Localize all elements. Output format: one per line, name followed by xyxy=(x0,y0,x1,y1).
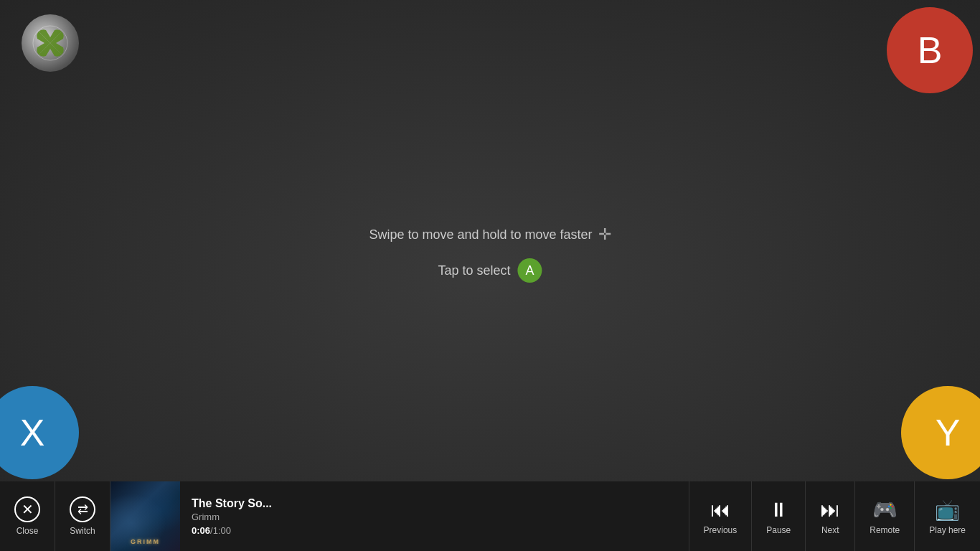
track-info: The Story So... Grimm 0:06/1:00 xyxy=(180,497,689,536)
play-here-button[interactable]: 📺 Play here xyxy=(914,481,980,551)
swipe-text: Swipe to move and hold to move faster xyxy=(369,227,592,242)
remote-label: Remote xyxy=(870,525,900,535)
tap-instruction: Tap to select A xyxy=(369,258,611,283)
media-controls: ⏮ Previous ⏸ Pause ⏭ Next 🎮 Remote 📺 Pla… xyxy=(689,481,980,551)
pause-button[interactable]: ⏸ Pause xyxy=(751,481,805,551)
b-button[interactable]: B xyxy=(887,7,973,93)
switch-label: Switch xyxy=(70,526,95,536)
previous-label: Previous xyxy=(704,525,738,535)
previous-button[interactable]: ⏮ Previous xyxy=(689,481,752,551)
swipe-instruction: Swipe to move and hold to move faster ✛ xyxy=(369,225,611,244)
current-time: 0:06 xyxy=(192,525,210,536)
move-icon: ✛ xyxy=(598,225,611,244)
pause-icon: ⏸ xyxy=(768,498,788,522)
grimm-poster: GRIMM xyxy=(110,481,180,551)
b-button-label: B xyxy=(918,29,943,72)
next-button[interactable]: ⏭ Next xyxy=(805,481,854,551)
switch-button[interactable]: ⇄ Switch xyxy=(55,481,110,551)
album-art: GRIMM xyxy=(110,481,180,551)
x-button-label: X xyxy=(20,411,45,454)
xbox-logo xyxy=(22,14,79,72)
next-label: Next xyxy=(821,525,839,535)
track-time: 0:06/1:00 xyxy=(192,525,677,536)
close-button[interactable]: ✕ Close xyxy=(0,481,55,551)
previous-icon: ⏮ xyxy=(710,498,730,522)
xbox-logo-icon xyxy=(32,24,69,62)
play-here-icon: 📺 xyxy=(935,498,960,522)
remote-button[interactable]: 🎮 Remote xyxy=(854,481,914,551)
track-title: The Story So... xyxy=(192,497,677,510)
next-icon: ⏭ xyxy=(820,498,840,522)
y-button[interactable]: Y xyxy=(901,386,980,479)
center-instructions: Swipe to move and hold to move faster ✛ … xyxy=(369,225,611,283)
left-controls: ✕ Close ⇄ Switch xyxy=(0,481,110,551)
close-label: Close xyxy=(17,526,39,536)
x-button[interactable]: X xyxy=(0,386,79,479)
close-icon: ✕ xyxy=(14,496,40,522)
pause-label: Pause xyxy=(766,525,791,535)
bottom-bar: ✕ Close ⇄ Switch GRIMM The Story So... G… xyxy=(0,481,980,551)
remote-icon: 🎮 xyxy=(872,498,897,522)
switch-icon: ⇄ xyxy=(70,496,95,522)
play-here-label: Play here xyxy=(929,525,966,535)
a-button-indicator: A xyxy=(518,258,542,283)
track-show: Grimm xyxy=(192,512,677,522)
tap-text: Tap to select xyxy=(438,263,510,278)
total-time: 1:00 xyxy=(213,525,231,536)
now-playing: GRIMM The Story So... Grimm 0:06/1:00 xyxy=(110,481,689,551)
y-button-label: Y xyxy=(936,411,961,454)
